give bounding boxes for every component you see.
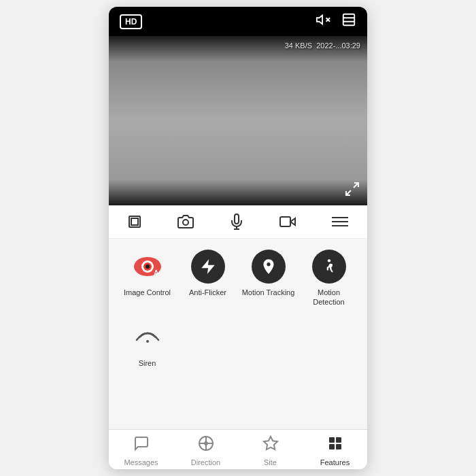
svg-point-21 bbox=[146, 265, 150, 269]
siren-label: Siren bbox=[139, 358, 156, 368]
feature-motion-tracking[interactable]: Motion Tracking bbox=[241, 250, 296, 307]
motion-detection-label: Motion Detection bbox=[301, 288, 356, 307]
camera-feed: 34 KB/S 2022-...03:29 bbox=[109, 36, 367, 205]
svg-marker-23 bbox=[201, 259, 215, 274]
nav-messages[interactable]: Messages bbox=[109, 435, 173, 466]
svg-rect-14 bbox=[280, 217, 290, 226]
svg-point-29 bbox=[205, 442, 207, 445]
svg-line-7 bbox=[346, 190, 351, 195]
image-control-icon: A bbox=[131, 250, 165, 284]
image-control-label: Image Control bbox=[124, 288, 171, 297]
mic-control-btn[interactable] bbox=[228, 214, 245, 230]
svg-rect-34 bbox=[336, 444, 341, 449]
features-row2: Siren bbox=[120, 320, 356, 368]
phone-container: HD 34 KB/S 2022-...03:29 bbox=[109, 7, 367, 469]
svg-rect-9 bbox=[131, 218, 138, 225]
video-control-btn[interactable] bbox=[279, 214, 296, 230]
svg-point-24 bbox=[327, 259, 330, 262]
feature-image-control[interactable]: A Image Control bbox=[120, 250, 175, 307]
anti-flicker-label: Anti-Flicker bbox=[189, 288, 226, 297]
svg-rect-3 bbox=[343, 14, 355, 26]
site-icon bbox=[262, 435, 279, 456]
site-label: Site bbox=[264, 458, 277, 466]
top-bar: HD bbox=[109, 7, 367, 36]
nav-site[interactable]: Site bbox=[238, 435, 303, 466]
svg-line-6 bbox=[354, 183, 358, 188]
motion-tracking-icon bbox=[252, 250, 286, 284]
siren-icon bbox=[131, 320, 165, 354]
feature-anti-flicker[interactable]: Anti-Flicker bbox=[180, 250, 235, 307]
svg-text:A: A bbox=[154, 269, 158, 277]
svg-rect-31 bbox=[329, 437, 335, 443]
features-label: Features bbox=[320, 458, 350, 466]
motion-detection-icon bbox=[312, 250, 346, 284]
camera-fullscreen[interactable] bbox=[344, 181, 360, 200]
layout-icon[interactable] bbox=[341, 12, 356, 31]
more-control-btn[interactable] bbox=[330, 215, 350, 228]
motion-tracking-label: Motion Tracking bbox=[242, 288, 295, 297]
svg-rect-33 bbox=[329, 444, 335, 449]
messages-label: Messages bbox=[124, 458, 158, 466]
controls-bar bbox=[109, 205, 367, 239]
nav-features[interactable]: Features bbox=[303, 435, 367, 466]
hd-badge: HD bbox=[120, 14, 142, 29]
svg-rect-32 bbox=[336, 437, 341, 443]
svg-marker-13 bbox=[290, 218, 295, 225]
features-panel: A Image Control Anti-Flicker bbox=[109, 239, 367, 430]
features-icon bbox=[327, 435, 343, 456]
snapshot-control-btn[interactable] bbox=[177, 214, 194, 230]
mute-icon[interactable] bbox=[316, 12, 330, 31]
anti-flicker-icon bbox=[191, 250, 225, 284]
messages-icon bbox=[133, 435, 150, 456]
svg-marker-30 bbox=[264, 437, 277, 449]
svg-point-25 bbox=[146, 340, 149, 343]
features-grid: A Image Control Anti-Flicker bbox=[120, 250, 356, 307]
svg-point-10 bbox=[183, 220, 188, 225]
direction-label: Direction bbox=[191, 458, 220, 466]
camera-stats: 34 KB/S 2022-...03:29 bbox=[285, 41, 360, 50]
feature-motion-detection[interactable]: Motion Detection bbox=[301, 250, 356, 307]
crop-control-btn[interactable] bbox=[126, 214, 143, 230]
svg-marker-0 bbox=[317, 16, 322, 24]
direction-icon bbox=[198, 435, 214, 456]
nav-direction[interactable]: Direction bbox=[173, 435, 238, 466]
feature-siren[interactable]: Siren bbox=[120, 320, 175, 368]
bottom-nav: Messages Direction Site bbox=[109, 429, 367, 469]
top-bar-icons bbox=[316, 12, 356, 31]
